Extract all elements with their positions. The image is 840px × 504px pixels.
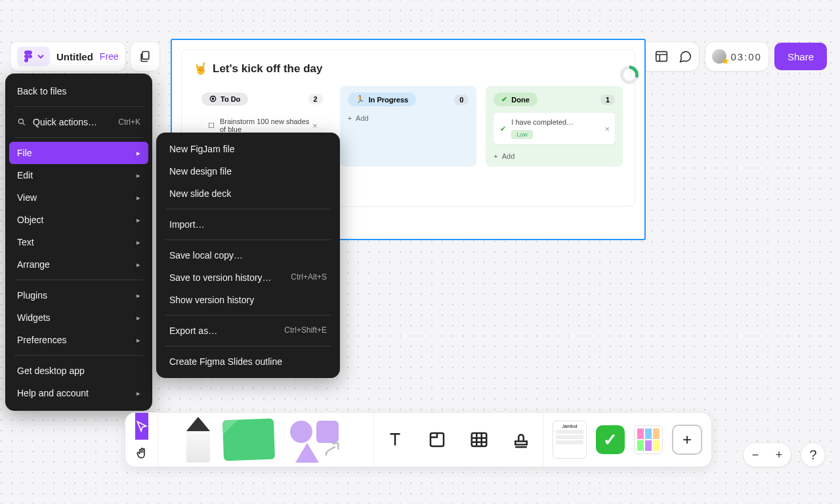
timer-badge-icon	[712, 49, 726, 64]
submenu-new-slide-deck[interactable]: New slide deck	[156, 182, 340, 205]
arrow-icon	[323, 440, 341, 459]
submenu-import[interactable]: Import…	[156, 213, 340, 236]
figma-logo-icon	[22, 51, 34, 62]
select-tool[interactable]	[135, 413, 148, 440]
drawing-tools	[158, 413, 374, 467]
pencil-tool[interactable]	[186, 417, 210, 463]
menu-object[interactable]: Object▸	[5, 209, 152, 231]
menu-arrange[interactable]: Arrange▸	[5, 253, 152, 276]
section-tool-icon[interactable]	[427, 430, 447, 450]
layout-tools	[374, 413, 543, 467]
menu-view[interactable]: View▸	[5, 186, 152, 209]
figma-logo-button[interactable]	[17, 47, 50, 66]
comment-icon[interactable]	[678, 49, 692, 64]
menu-plugins[interactable]: Plugins▸	[5, 284, 152, 306]
column-done: ✔Done 1 ✔ I have completed… Low × +Add	[486, 86, 623, 167]
layout-panel-icon[interactable]	[654, 49, 669, 64]
svg-rect-0	[142, 52, 148, 60]
text-tool-icon[interactable]	[385, 430, 405, 450]
submenu-show-version-history[interactable]: Show version history	[156, 289, 340, 311]
submenu-new-design[interactable]: New design file	[156, 160, 340, 182]
menu-help-account[interactable]: Help and account▸	[5, 382, 152, 404]
main-menu-pill: Untitled Free	[10, 41, 126, 72]
menu-get-desktop-app[interactable]: Get desktop app	[5, 360, 152, 382]
square-icon	[316, 421, 339, 443]
add-card-button[interactable]: +Add	[348, 114, 469, 122]
submenu-save-local[interactable]: Save local copy…	[156, 244, 340, 266]
menu-widgets[interactable]: Widgets▸	[5, 306, 152, 329]
circle-icon	[290, 421, 312, 443]
submenu-create-slides-outline[interactable]: Create Figma Slides outline	[156, 350, 340, 373]
plan-badge[interactable]: Free	[100, 51, 119, 62]
main-menu: Back to files Quick actions… Ctrl+K File…	[5, 74, 152, 411]
share-button[interactable]: Share	[774, 43, 827, 70]
pages-icon	[138, 50, 152, 63]
menu-text[interactable]: Text▸	[5, 231, 152, 253]
widget-jambot[interactable]: Jambot	[553, 421, 587, 459]
timer-display: 03:00	[730, 51, 762, 62]
board-title-text: Let's kick off the day	[213, 62, 322, 75]
chevron-down-icon	[37, 52, 45, 60]
zoom-control: − +	[743, 442, 791, 467]
mode-column	[125, 413, 158, 467]
close-icon[interactable]: ×	[312, 121, 318, 131]
widget-checkmark[interactable]: ✓	[596, 425, 625, 454]
bottom-toolbar: Jambot ✓ +	[125, 412, 712, 467]
document-title[interactable]: Untitled	[56, 51, 93, 62]
svg-rect-1	[656, 52, 667, 62]
search-icon	[17, 117, 26, 127]
svg-rect-4	[472, 433, 487, 446]
stamp-tool-icon[interactable]	[511, 430, 531, 450]
hand-tool[interactable]	[135, 440, 148, 467]
help-button[interactable]: ?	[801, 442, 826, 467]
shape-tool[interactable]	[287, 417, 345, 463]
close-icon[interactable]: ×	[604, 124, 610, 134]
widget-color-grid[interactable]	[634, 425, 663, 454]
board-emoji: 🤘	[194, 62, 207, 75]
board-title: 🤘 Let's kick off the day	[194, 62, 623, 75]
menu-back-to-files[interactable]: Back to files	[5, 80, 152, 102]
table-tool-icon[interactable]	[469, 430, 489, 450]
page-switcher-button[interactable]	[130, 41, 160, 72]
sticky-note-tool[interactable]	[222, 419, 275, 461]
done-card[interactable]: ✔ I have completed… Low ×	[494, 113, 615, 144]
timer-pill[interactable]: 03:00	[705, 41, 769, 72]
file-submenu: New FigJam file New design file New slid…	[156, 133, 340, 378]
menu-edit[interactable]: Edit▸	[5, 164, 152, 186]
triangle-icon	[295, 443, 319, 463]
submenu-export-as[interactable]: Export as…Ctrl+Shift+E	[156, 320, 340, 342]
menu-quick-actions[interactable]: Quick actions… Ctrl+K	[5, 111, 152, 133]
submenu-save-version-history[interactable]: Save to version history…Ctrl+Alt+S	[156, 266, 340, 289]
zoom-out-button[interactable]: −	[744, 443, 767, 467]
top-left-toolbar: Untitled Free	[10, 41, 160, 72]
menu-preferences[interactable]: Preferences▸	[5, 329, 152, 351]
widget-tools: Jambot ✓ +	[543, 413, 711, 467]
svg-point-2	[18, 119, 23, 123]
zoom-in-button[interactable]: +	[767, 443, 791, 467]
add-widget-button[interactable]: +	[672, 425, 702, 455]
progress-ring-icon	[620, 66, 639, 84]
column-in-progress: 🏃In Progress 0 +Add	[340, 86, 477, 167]
menu-file[interactable]: File▸	[9, 142, 148, 164]
bottom-right-controls: − + ?	[743, 442, 826, 467]
submenu-new-figjam[interactable]: New FigJam file	[156, 138, 340, 160]
add-card-button[interactable]: +Add	[494, 152, 615, 160]
